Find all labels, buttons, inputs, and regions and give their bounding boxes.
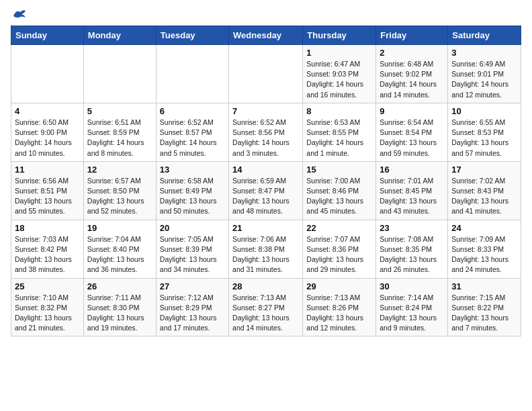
- weekday-header-thursday: Thursday: [303, 26, 376, 45]
- week-row-1: 1Sunrise: 6:47 AM Sunset: 9:03 PM Daylig…: [11, 45, 521, 103]
- day-cell: 6Sunrise: 6:52 AM Sunset: 8:57 PM Daylig…: [156, 103, 228, 161]
- day-number: 11: [15, 165, 80, 175]
- day-cell: 30Sunrise: 7:14 AM Sunset: 8:24 PM Dayli…: [376, 278, 448, 336]
- day-info: Sunrise: 7:15 AM Sunset: 8:22 PM Dayligh…: [451, 293, 517, 334]
- day-number: 5: [87, 106, 152, 116]
- logo-bird-icon: [12, 8, 27, 20]
- day-cell: [83, 45, 156, 103]
- calendar-table: SundayMondayTuesdayWednesdayThursdayFrid…: [11, 26, 521, 336]
- weekday-header-saturday: Saturday: [448, 26, 521, 45]
- day-cell: [229, 45, 303, 103]
- day-number: 14: [232, 165, 299, 175]
- day-number: 22: [306, 223, 372, 233]
- day-info: Sunrise: 6:48 AM Sunset: 9:02 PM Dayligh…: [380, 59, 444, 100]
- day-cell: 5Sunrise: 6:51 AM Sunset: 8:59 PM Daylig…: [83, 103, 156, 161]
- day-number: 29: [306, 281, 372, 291]
- day-cell: 24Sunrise: 7:09 AM Sunset: 8:33 PM Dayli…: [448, 220, 521, 278]
- day-info: Sunrise: 6:47 AM Sunset: 9:03 PM Dayligh…: [306, 59, 372, 100]
- day-cell: [156, 45, 228, 103]
- day-info: Sunrise: 7:03 AM Sunset: 8:42 PM Dayligh…: [15, 234, 80, 275]
- logo: [11, 11, 27, 20]
- day-cell: 15Sunrise: 7:00 AM Sunset: 8:46 PM Dayli…: [303, 161, 376, 220]
- day-info: Sunrise: 7:07 AM Sunset: 8:36 PM Dayligh…: [306, 234, 372, 275]
- day-number: 10: [451, 106, 517, 116]
- day-number: 19: [87, 223, 152, 233]
- day-number: 16: [380, 165, 444, 175]
- day-number: 23: [380, 223, 444, 233]
- day-number: 30: [380, 281, 444, 291]
- day-number: 8: [306, 106, 372, 116]
- weekday-header-friday: Friday: [376, 26, 448, 45]
- day-info: Sunrise: 7:10 AM Sunset: 8:32 PM Dayligh…: [15, 293, 80, 334]
- day-info: Sunrise: 7:11 AM Sunset: 8:30 PM Dayligh…: [87, 293, 152, 334]
- day-number: 28: [232, 281, 299, 291]
- day-info: Sunrise: 6:51 AM Sunset: 8:59 PM Dayligh…: [87, 118, 152, 158]
- day-info: Sunrise: 7:01 AM Sunset: 8:45 PM Dayligh…: [380, 176, 444, 217]
- weekday-header-row: SundayMondayTuesdayWednesdayThursdayFrid…: [11, 26, 521, 45]
- week-row-5: 25Sunrise: 7:10 AM Sunset: 8:32 PM Dayli…: [11, 278, 521, 336]
- day-number: 3: [451, 48, 517, 58]
- day-info: Sunrise: 7:12 AM Sunset: 8:29 PM Dayligh…: [160, 293, 225, 334]
- day-info: Sunrise: 6:54 AM Sunset: 8:54 PM Dayligh…: [380, 118, 444, 158]
- day-number: 21: [232, 223, 299, 233]
- day-number: 31: [451, 281, 517, 291]
- day-cell: [11, 45, 84, 103]
- week-row-4: 18Sunrise: 7:03 AM Sunset: 8:42 PM Dayli…: [11, 220, 521, 278]
- day-number: 9: [380, 106, 444, 116]
- day-cell: 29Sunrise: 7:13 AM Sunset: 8:26 PM Dayli…: [303, 278, 376, 336]
- day-number: 20: [160, 223, 225, 233]
- day-info: Sunrise: 7:05 AM Sunset: 8:39 PM Dayligh…: [160, 234, 225, 275]
- day-cell: 11Sunrise: 6:56 AM Sunset: 8:51 PM Dayli…: [11, 161, 84, 220]
- day-cell: 27Sunrise: 7:12 AM Sunset: 8:29 PM Dayli…: [156, 278, 228, 336]
- day-number: 18: [15, 223, 80, 233]
- day-number: 6: [160, 106, 225, 116]
- day-cell: 12Sunrise: 6:57 AM Sunset: 8:50 PM Dayli…: [83, 161, 156, 220]
- day-info: Sunrise: 7:06 AM Sunset: 8:38 PM Dayligh…: [232, 234, 299, 275]
- day-cell: 18Sunrise: 7:03 AM Sunset: 8:42 PM Dayli…: [11, 220, 84, 278]
- day-info: Sunrise: 6:58 AM Sunset: 8:49 PM Dayligh…: [160, 176, 225, 217]
- day-info: Sunrise: 6:53 AM Sunset: 8:55 PM Dayligh…: [306, 118, 372, 158]
- day-info: Sunrise: 6:49 AM Sunset: 9:01 PM Dayligh…: [451, 59, 517, 100]
- day-cell: 7Sunrise: 6:52 AM Sunset: 8:56 PM Daylig…: [229, 103, 303, 161]
- day-info: Sunrise: 6:59 AM Sunset: 8:47 PM Dayligh…: [232, 176, 299, 217]
- day-cell: 25Sunrise: 7:10 AM Sunset: 8:32 PM Dayli…: [11, 278, 84, 336]
- day-info: Sunrise: 7:13 AM Sunset: 8:26 PM Dayligh…: [306, 293, 372, 334]
- day-cell: 14Sunrise: 6:59 AM Sunset: 8:47 PM Dayli…: [229, 161, 303, 220]
- day-cell: 17Sunrise: 7:02 AM Sunset: 8:43 PM Dayli…: [448, 161, 521, 220]
- day-cell: 4Sunrise: 6:50 AM Sunset: 9:00 PM Daylig…: [11, 103, 84, 161]
- day-number: 4: [15, 106, 80, 116]
- day-number: 2: [380, 48, 444, 58]
- day-cell: 16Sunrise: 7:01 AM Sunset: 8:45 PM Dayli…: [376, 161, 448, 220]
- weekday-header-tuesday: Tuesday: [156, 26, 228, 45]
- day-cell: 26Sunrise: 7:11 AM Sunset: 8:30 PM Dayli…: [83, 278, 156, 336]
- day-number: 15: [306, 165, 372, 175]
- day-number: 25: [15, 281, 80, 291]
- day-info: Sunrise: 7:09 AM Sunset: 8:33 PM Dayligh…: [451, 234, 517, 275]
- day-cell: 19Sunrise: 7:04 AM Sunset: 8:40 PM Dayli…: [83, 220, 156, 278]
- weekday-header-monday: Monday: [83, 26, 156, 45]
- day-info: Sunrise: 6:56 AM Sunset: 8:51 PM Dayligh…: [15, 176, 80, 217]
- day-number: 27: [160, 281, 225, 291]
- day-info: Sunrise: 7:13 AM Sunset: 8:27 PM Dayligh…: [232, 293, 299, 334]
- day-info: Sunrise: 7:00 AM Sunset: 8:46 PM Dayligh…: [306, 176, 372, 217]
- day-number: 26: [87, 281, 152, 291]
- weekday-header-sunday: Sunday: [11, 26, 84, 45]
- page-header: [11, 11, 521, 20]
- day-cell: 3Sunrise: 6:49 AM Sunset: 9:01 PM Daylig…: [448, 45, 521, 103]
- day-info: Sunrise: 7:04 AM Sunset: 8:40 PM Dayligh…: [87, 234, 152, 275]
- day-number: 24: [451, 223, 517, 233]
- day-info: Sunrise: 6:50 AM Sunset: 9:00 PM Dayligh…: [15, 118, 80, 158]
- day-cell: 13Sunrise: 6:58 AM Sunset: 8:49 PM Dayli…: [156, 161, 228, 220]
- day-cell: 8Sunrise: 6:53 AM Sunset: 8:55 PM Daylig…: [303, 103, 376, 161]
- week-row-2: 4Sunrise: 6:50 AM Sunset: 9:00 PM Daylig…: [11, 103, 521, 161]
- day-cell: 22Sunrise: 7:07 AM Sunset: 8:36 PM Dayli…: [303, 220, 376, 278]
- day-cell: 23Sunrise: 7:08 AM Sunset: 8:35 PM Dayli…: [376, 220, 448, 278]
- week-row-3: 11Sunrise: 6:56 AM Sunset: 8:51 PM Dayli…: [11, 161, 521, 220]
- day-number: 1: [306, 48, 372, 58]
- weekday-header-wednesday: Wednesday: [229, 26, 303, 45]
- day-info: Sunrise: 6:52 AM Sunset: 8:57 PM Dayligh…: [160, 118, 225, 158]
- day-cell: 1Sunrise: 6:47 AM Sunset: 9:03 PM Daylig…: [303, 45, 376, 103]
- day-info: Sunrise: 6:52 AM Sunset: 8:56 PM Dayligh…: [232, 118, 299, 158]
- day-number: 12: [87, 165, 152, 175]
- day-cell: 31Sunrise: 7:15 AM Sunset: 8:22 PM Dayli…: [448, 278, 521, 336]
